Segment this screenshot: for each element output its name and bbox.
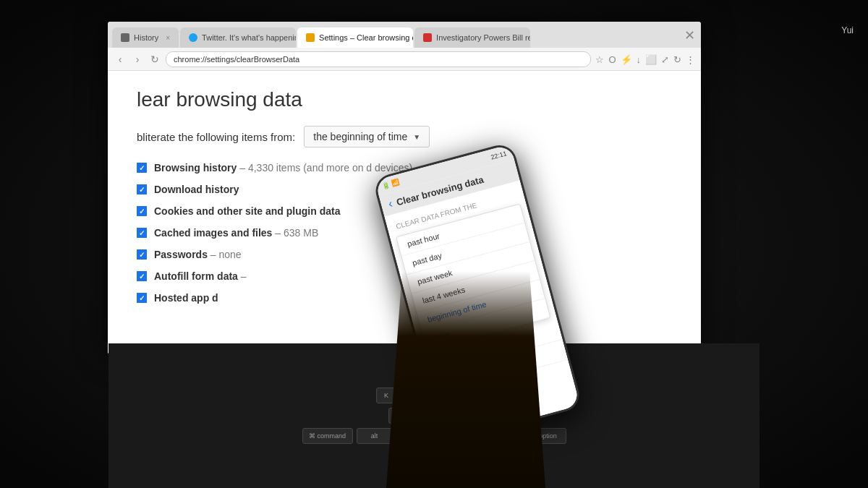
forward-button[interactable]: › [131, 53, 144, 66]
dropdown-arrow-icon: ▼ [413, 133, 420, 141]
scene: Yui History × Twitter. It's what's happe… [0, 0, 868, 488]
time-dropdown[interactable]: the beginning of time ▼ [304, 126, 430, 147]
cached-images-checkbox[interactable] [137, 228, 147, 238]
window-close-button[interactable]: ✕ [684, 27, 695, 43]
phone-time: 22:11 [490, 150, 507, 160]
autofill-checkbox[interactable] [137, 271, 147, 281]
autofill-label: Autofill form data – [154, 270, 247, 282]
passwords-label: Passwords – none [154, 249, 242, 260]
zoom-icon[interactable]: ⤢ [661, 54, 669, 65]
toolbar-icons: ☆ O ⚡ ↓ ⬜ ⤢ ↻ ⋮ [595, 54, 695, 65]
phone-status-icons: 🔋 📶 [381, 179, 400, 190]
browser-toolbar: ‹ › ↻ chrome://settings/clearBrowserData… [108, 48, 701, 71]
back-button[interactable]: ‹ [114, 53, 127, 66]
page-title-text: lear browsing data [137, 88, 302, 111]
menu-icon[interactable]: ⋮ [686, 54, 695, 65]
tab-twitter[interactable]: Twitter. It's what's happening. × [180, 27, 296, 48]
tab-twitter-label: Twitter. It's what's happening. [202, 33, 296, 42]
page-title: lear browsing data [137, 88, 672, 111]
tab-news-label: Investigatory Powers Bill rece... [436, 33, 530, 42]
phone-back-button[interactable]: ‹ [387, 197, 394, 211]
tab-history-label: History [134, 33, 158, 42]
passwords-checkbox[interactable] [137, 249, 147, 260]
twitter-favicon [189, 33, 197, 42]
browsing-history-detail: – 4,330 items (and more on [239, 162, 363, 174]
cached-images-label: Cached images and files – 638 MB [154, 227, 318, 239]
hosted-app-checkbox[interactable] [137, 293, 147, 303]
screenshot-icon[interactable]: ⬜ [645, 54, 657, 65]
passwords-detail: – none [210, 249, 242, 260]
user-name: Yui [841, 25, 854, 35]
bookmark-icon[interactable]: ☆ [595, 54, 604, 65]
browser-tabs: History × Twitter. It's what's happening… [108, 22, 701, 48]
address-text: chrome://settings/clearBrowserData [174, 55, 299, 64]
browser-chrome: History × Twitter. It's what's happening… [108, 22, 701, 71]
address-bar[interactable]: chrome://settings/clearBrowserData [166, 51, 591, 67]
downloads-icon[interactable]: ↓ [637, 54, 642, 65]
cookies-label: Cookies and other site and plugin data [154, 205, 340, 217]
tab-history[interactable]: History × [112, 27, 179, 48]
tab-settings[interactable]: Settings – Clear browsing data × [297, 27, 413, 48]
extensions-icon[interactable]: ⚡ [621, 54, 632, 65]
download-history-label: Download history [154, 184, 239, 195]
browsing-history-label: Browsing history – 4,330 items (and more… [154, 162, 412, 174]
key-alt[interactable]: alt [357, 428, 393, 444]
opera-icon[interactable]: O [608, 54, 616, 65]
cookies-checkbox[interactable] [137, 206, 147, 216]
history-favicon [121, 33, 129, 42]
hosted-app-label: Hosted app d [154, 292, 218, 304]
browsing-history-checkbox[interactable] [137, 163, 147, 173]
autofill-detail: – [241, 270, 247, 282]
tab-news[interactable]: Investigatory Powers Bill rece... × [414, 27, 530, 48]
settings-favicon [306, 33, 315, 42]
tab-settings-label: Settings – Clear browsing data [319, 33, 413, 42]
key-command[interactable]: ⌘ command [302, 428, 353, 444]
time-selector-row: bliterate the following items from: the … [137, 126, 672, 147]
hand-silhouette [386, 271, 545, 488]
news-favicon [423, 33, 432, 42]
refresh2-icon[interactable]: ↻ [673, 54, 681, 65]
download-history-checkbox[interactable] [137, 184, 147, 194]
time-dropdown-value: the beginning of time [313, 131, 407, 142]
cached-images-detail: – 638 MB [275, 227, 318, 239]
refresh-button[interactable]: ↻ [148, 53, 161, 66]
time-selector-label: bliterate the following items from: [137, 131, 295, 143]
tab-history-close[interactable]: × [166, 34, 170, 42]
